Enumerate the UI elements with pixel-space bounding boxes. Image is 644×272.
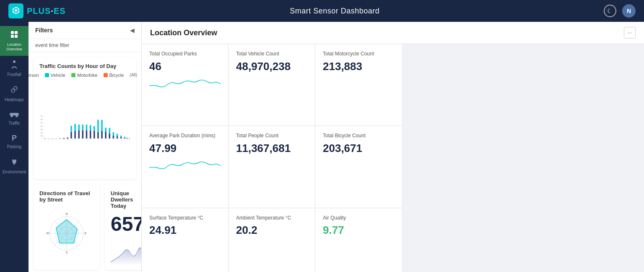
- svg-rect-54: [101, 120, 102, 131]
- content-body: Total Occupied Parks46 Total Vehicle Cou…: [142, 44, 644, 272]
- legend-bicycle-label: Bicycle: [109, 73, 124, 78]
- svg-point-0: [15, 9, 17, 12]
- svg-rect-59: [113, 136, 114, 139]
- svg-rect-2: [15, 31, 18, 34]
- svg-rect-46: [86, 125, 87, 131]
- radar-container: N S W E: [39, 206, 94, 261]
- legend-motorbike: Motorbike: [71, 73, 97, 78]
- svg-rect-48: [90, 125, 91, 130]
- metric-card-2: Total Motorcycle Count213,883: [315, 44, 402, 126]
- svg-text:E: E: [85, 232, 87, 235]
- legend-person: Person: [29, 73, 39, 78]
- svg-text:04: 04: [60, 139, 61, 140]
- svg-text:S: S: [66, 251, 68, 254]
- svg-rect-44: [82, 125, 83, 131]
- sidebar-item-location[interactable]: LocationOverview: [0, 26, 29, 56]
- sidebar-item-traffic[interactable]: Traffic: [0, 106, 29, 130]
- svg-rect-53: [101, 131, 102, 139]
- svg-rect-66: [124, 137, 125, 138]
- metric-value-7: 20.2: [236, 224, 307, 237]
- sidebar-label-location: LocationOverview: [6, 42, 22, 52]
- sidebar-label-environment: Environment: [3, 170, 26, 174]
- svg-rect-42: [78, 125, 80, 131]
- metric-label-0: Total Occupied Parks: [149, 51, 221, 58]
- sidebar: LocationOverview Footfall Heatmaps: [0, 22, 29, 272]
- metric-label-8: Air Quality: [323, 215, 394, 222]
- metric-card-0: Total Occupied Parks46: [142, 44, 228, 126]
- metric-value-4: 11,367,681: [236, 142, 307, 155]
- metric-label-2: Total Motorcycle Count: [323, 51, 394, 58]
- svg-rect-47: [90, 130, 91, 138]
- svg-text:600k: 600k: [40, 119, 43, 120]
- svg-text:21: 21: [124, 139, 125, 140]
- metric-card-4: Total People Count11,367,681: [229, 126, 315, 207]
- metric-value-5: 203,671: [323, 142, 394, 155]
- svg-text:07: 07: [71, 139, 72, 140]
- metric-label-7: Ambient Temperature °C: [236, 215, 307, 222]
- svg-text:0: 0: [42, 137, 43, 139]
- bar-chart-container: 700k 600k 500k 400k 300k 200k 100k 0: [39, 81, 130, 173]
- sidebar-label-footfall: Footfall: [8, 72, 21, 77]
- sidebar-item-environment[interactable]: Environment: [0, 153, 29, 178]
- svg-rect-41: [78, 130, 80, 138]
- user-avatar[interactable]: N: [622, 4, 636, 18]
- svg-rect-52: [97, 120, 99, 132]
- parking-icon: P: [12, 134, 17, 143]
- svg-rect-39: [74, 131, 75, 139]
- svg-rect-60: [113, 132, 114, 136]
- dwellers-area-chart: [111, 239, 141, 264]
- sidebar-item-parking[interactable]: P Parking: [0, 130, 29, 153]
- logo: PLUS·ES: [8, 3, 66, 18]
- svg-rect-68: [126, 138, 127, 138]
- legend-all[interactable]: (All): [130, 73, 137, 78]
- svg-rect-67: [126, 138, 127, 139]
- content-menu-button[interactable]: ···: [624, 27, 636, 39]
- charts-panel: Traffic Counts by Hour of Day Person Veh…: [29, 52, 141, 272]
- svg-rect-70: [129, 138, 130, 139]
- legend-vehicle: Vehicle: [45, 73, 65, 78]
- metric-value-6: 24.91: [149, 224, 221, 237]
- svg-rect-27: [44, 139, 45, 139]
- sidebar-item-heatmaps[interactable]: Heatmaps: [0, 81, 29, 106]
- svg-text:13: 13: [94, 139, 95, 140]
- metric-card-1: Total Vehicle Count48,970,238: [229, 44, 315, 126]
- theme-toggle-button[interactable]: ☾: [604, 5, 616, 17]
- metric-card-8: Air Quality9.77: [315, 208, 402, 272]
- metric-card-3: Average Park Duration (mins)47.99: [142, 126, 228, 207]
- svg-text:06: 06: [67, 139, 68, 140]
- svg-text:01: 01: [48, 139, 49, 140]
- metric-label-5: Total Bicycle Count: [323, 133, 394, 139]
- svg-text:20: 20: [120, 139, 122, 140]
- svg-text:700k: 700k: [40, 115, 43, 117]
- svg-text:23: 23: [129, 139, 130, 140]
- traffic-chart-card: Traffic Counts by Hour of Day Person Veh…: [34, 57, 136, 179]
- legend-person-label: Person: [29, 73, 39, 78]
- svg-text:03: 03: [56, 139, 57, 140]
- bar-chart-svg: 700k 600k 500k 400k 300k 200k 100k 0: [39, 81, 130, 173]
- svg-text:11: 11: [86, 139, 87, 140]
- svg-rect-56: [105, 128, 106, 131]
- legend-vehicle-label: Vehicle: [51, 73, 65, 78]
- svg-text:17: 17: [109, 139, 110, 140]
- sidebar-item-footfall[interactable]: Footfall: [0, 56, 29, 81]
- svg-rect-61: [117, 136, 118, 139]
- sparkline-0: [149, 77, 221, 91]
- metric-label-3: Average Park Duration (mins): [149, 133, 221, 139]
- metric-label-1: Total Vehicle Count: [236, 51, 307, 58]
- header-title: Smart Sensor Dashboard: [290, 7, 379, 16]
- content-area: Location Overview ··· Total Occupied Par…: [142, 22, 644, 272]
- sidebar-label-parking: Parking: [7, 144, 21, 149]
- svg-text:12: 12: [90, 139, 91, 140]
- directions-card: Directions of Travel by Street: [34, 184, 100, 270]
- vehicle-dot: [45, 73, 49, 77]
- svg-rect-65: [124, 138, 125, 139]
- filters-collapse-button[interactable]: ◀: [130, 27, 135, 34]
- svg-text:09: 09: [78, 139, 80, 140]
- motorbike-dot: [71, 73, 75, 77]
- content-title: Location Overview: [150, 29, 217, 37]
- dwellers-value: 657: [111, 212, 141, 235]
- svg-point-10: [16, 115, 18, 117]
- metric-card-7: Ambient Temperature °C20.2: [229, 208, 315, 272]
- svg-text:02: 02: [52, 139, 53, 140]
- content-header: Location Overview ···: [142, 22, 644, 44]
